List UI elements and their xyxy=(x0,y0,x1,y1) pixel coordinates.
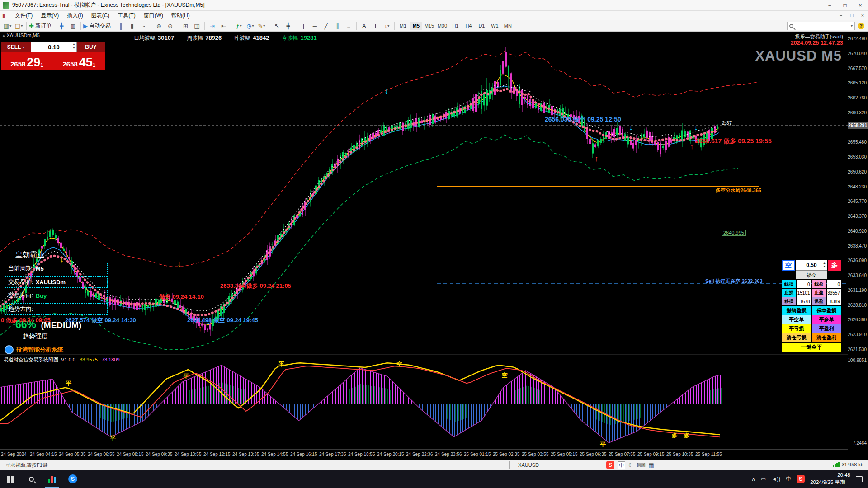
time-axis[interactable]: 24 Sep 202424 Sep 04:1524 Sep 05:3524 Se… xyxy=(0,449,848,459)
search-input[interactable] xyxy=(795,23,851,29)
taskbar-browser-app[interactable]: S xyxy=(62,470,83,488)
auto-trading-button[interactable]: ▶自动交易 xyxy=(83,21,111,31)
cursor-icon[interactable]: ↖ xyxy=(272,21,282,31)
price-axis-label: 2662.760 xyxy=(848,95,867,100)
current-price-tag: 2658.291 xyxy=(848,122,868,129)
ime-moon-icon[interactable]: ☾ xyxy=(628,462,634,469)
timeframe-m5[interactable]: M5 xyxy=(410,22,422,30)
tile-windows-icon[interactable]: ◫ xyxy=(192,21,202,31)
timeframe-m15[interactable]: M15 xyxy=(423,22,435,30)
widget-button-平多单[interactable]: 平多单 xyxy=(812,315,842,324)
ime-language-toggle[interactable]: 中 xyxy=(618,461,625,469)
widget-button-撤销盈损[interactable]: 撤销盈损 xyxy=(782,306,811,315)
widget-lot-spinner[interactable]: ▲▼ xyxy=(823,261,826,268)
tray-volume-icon[interactable]: ◄)) xyxy=(771,476,780,482)
widget-button-平空单[interactable]: 平空单 xyxy=(782,315,811,324)
widget-button-保本盈损[interactable]: 保本盈损 xyxy=(812,306,842,315)
templates-icon[interactable]: ✎▾ xyxy=(256,21,267,31)
start-button[interactable] xyxy=(0,470,21,488)
child-close-button[interactable]: × xyxy=(857,13,868,18)
help-icon[interactable]: ? xyxy=(858,23,864,29)
lock-position-button[interactable]: 锁仓 xyxy=(796,271,827,279)
sogou-input-icon[interactable]: S xyxy=(606,461,614,469)
menu-w[interactable]: 窗口(W) xyxy=(140,11,167,20)
taskbar-mt5-app[interactable] xyxy=(42,470,62,488)
trendline-icon[interactable]: ╱ xyxy=(321,21,331,31)
timeframe-mn[interactable]: MN xyxy=(502,22,514,30)
minimize-button[interactable]: − xyxy=(822,0,837,10)
price-chart-canvas[interactable] xyxy=(0,32,848,449)
text-icon[interactable]: A xyxy=(359,21,369,31)
line-chart-type-icon[interactable]: ~ xyxy=(138,21,149,31)
buy-button[interactable]: BUY xyxy=(77,42,105,52)
tray-sogou-icon[interactable]: S xyxy=(797,475,805,483)
periods-icon[interactable]: ◷▾ xyxy=(245,21,255,31)
widget-button-清仓盈利[interactable]: 清仓盈利 xyxy=(812,333,842,342)
tray-language-indicator[interactable]: 中 xyxy=(786,475,791,483)
auto-scroll-icon[interactable]: ⇥ xyxy=(207,21,217,31)
chart-area[interactable]: ▴ XAUUSDm,M5 日均波幅30107周波幅78926昨波幅41842今波… xyxy=(0,32,868,459)
timeframe-w1[interactable]: W1 xyxy=(489,22,501,30)
sell-price[interactable]: 2658 29 1 xyxy=(1,52,53,70)
zoom-in-icon[interactable]: ⊕ xyxy=(154,21,164,31)
bar-chart-type-icon[interactable]: ║ xyxy=(116,21,126,31)
fibonacci-icon[interactable]: ≡ xyxy=(344,21,354,31)
close-button[interactable]: × xyxy=(853,0,868,10)
market-watch-icon[interactable]: ╋ xyxy=(57,21,67,31)
info-row: 交易方向:Buy xyxy=(5,290,108,301)
tray-expand-icon[interactable]: ∧ xyxy=(751,476,755,482)
menu-c[interactable]: 图表(C) xyxy=(87,11,114,20)
menu-f[interactable]: 文件(F) xyxy=(11,11,37,20)
open-short-button[interactable]: 空 xyxy=(782,260,795,271)
open-long-button[interactable]: 多 xyxy=(828,260,841,271)
menu-h[interactable]: 帮助(H) xyxy=(167,11,194,20)
arrows-icon[interactable]: ↓▾ xyxy=(382,21,392,31)
data-window-icon[interactable]: ▥ xyxy=(68,21,78,31)
timeframe-m1[interactable]: M1 xyxy=(397,22,409,30)
chart-tab[interactable]: ▴ XAUUSDm,M5 xyxy=(3,33,40,38)
crosshair-icon[interactable]: ╋ xyxy=(283,21,293,31)
ime-toolbox-icon[interactable]: ▦ xyxy=(648,462,654,469)
tray-display-icon[interactable]: ▭ xyxy=(761,476,766,482)
chart-shift-icon[interactable]: ⇤ xyxy=(218,21,229,31)
menu-t[interactable]: 工具(T) xyxy=(113,11,139,20)
toolbar-search[interactable]: ▾ xyxy=(787,22,855,30)
buy-price[interactable]: 2658 45 1 xyxy=(53,52,105,70)
menu-v[interactable]: 显示(V) xyxy=(37,11,63,20)
taskbar-clock[interactable]: 20:48 2024/9/25 星期三 xyxy=(810,472,850,486)
new-order-button[interactable]: ✚新订单 xyxy=(29,21,52,31)
child-restore-button[interactable]: □ xyxy=(846,13,857,18)
price-axis[interactable]: 2672.4902670.0402667.5702665.1202662.760… xyxy=(848,32,868,459)
toolbar-separator xyxy=(151,22,151,30)
connection-status: 3149/8 kb xyxy=(833,462,863,467)
timeframe-h1[interactable]: H1 xyxy=(449,22,462,30)
grid-icon[interactable]: ⊞ xyxy=(180,21,191,31)
equidistant-channel-icon[interactable]: ∥ xyxy=(332,21,343,31)
menu-i[interactable]: 插入(I) xyxy=(63,11,87,20)
candlestick-type-icon[interactable]: ▮ xyxy=(127,21,137,31)
maximize-button[interactable]: □ xyxy=(837,0,853,10)
taskbar-search-button[interactable] xyxy=(21,470,42,488)
ime-keyboard-icon[interactable]: ⌨ xyxy=(637,462,646,469)
lot-spinner[interactable]: ▲▼ xyxy=(72,42,75,49)
widget-button-清仓亏损[interactable]: 清仓亏损 xyxy=(782,333,811,342)
timeframe-h4[interactable]: H4 xyxy=(462,22,475,30)
chart-tab-collapse-icon[interactable]: ▴ xyxy=(3,33,5,38)
lot-size-input[interactable]: 0.10 ▲▼ xyxy=(31,42,77,52)
new-chart-icon[interactable]: ▦▾ xyxy=(2,21,13,31)
widget-lot-input[interactable]: 0.50 ▲▼ xyxy=(796,260,827,271)
horizontal-line-icon[interactable]: ─ xyxy=(310,21,320,31)
widget-button-平盈利[interactable]: 平盈利 xyxy=(812,324,842,333)
indicators-icon[interactable]: ƒ▾ xyxy=(234,21,244,31)
sell-button[interactable]: SELL▾ xyxy=(1,42,31,52)
chart-profiles-icon[interactable]: ▤▾ xyxy=(14,21,24,31)
text-label-icon[interactable]: T xyxy=(370,21,381,31)
vertical-line-icon[interactable]: | xyxy=(298,21,309,31)
close-all-button[interactable]: 一键全平 xyxy=(782,343,841,352)
widget-button-平亏损[interactable]: 平亏损 xyxy=(782,324,811,333)
timeframe-d1[interactable]: D1 xyxy=(476,22,488,30)
notification-center-icon[interactable] xyxy=(856,476,863,482)
timeframe-m30[interactable]: M30 xyxy=(436,22,448,30)
zoom-out-icon[interactable]: ⊖ xyxy=(165,21,175,31)
child-minimize-button[interactable]: − xyxy=(835,13,846,18)
